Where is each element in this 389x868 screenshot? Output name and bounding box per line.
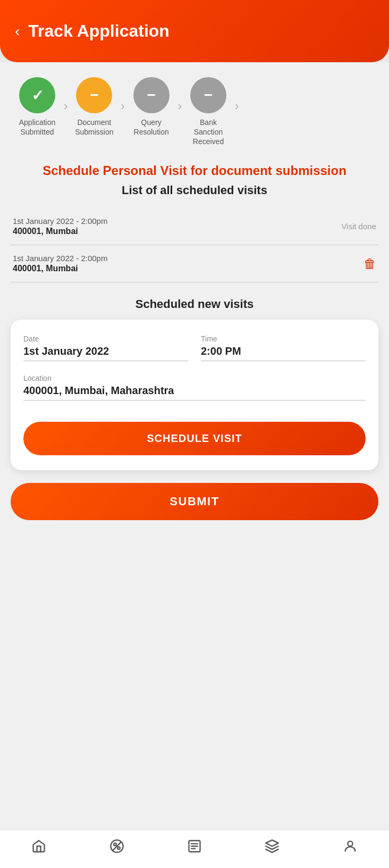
chevron-1: › [64,88,67,113]
step-label-bank: Bank Sanction Received [184,118,232,147]
visit-address-1: 400001, Mumbai [13,227,107,236]
visit-date-1: 1st January 2022 - 2:00pm [13,216,107,226]
svg-point-0 [114,843,116,846]
step-label-application: Application Submitted [13,118,61,137]
nav-layers[interactable] [265,839,280,857]
new-visit-heading: Scheduled new visits [11,297,378,311]
step-icon-orange: − [76,77,112,113]
step-icon-gray-1: − [133,77,170,113]
profile-icon [343,839,358,857]
date-group: Date 1st January 2022 [23,335,188,361]
list-heading: List of all scheduled visits [11,183,378,197]
time-label: Time [201,335,366,343]
step-label-document: Document Submission [70,118,118,137]
visit-status-1: Visit done [341,222,376,231]
step-label-query: Query Resolution [128,118,175,137]
time-value[interactable]: 2:00 PM [201,345,366,361]
page-title: Track Application [28,21,170,41]
svg-point-1 [117,847,120,849]
back-button[interactable]: ‹ [15,23,20,40]
time-group: Time 2:00 PM [201,335,366,361]
date-time-row: Date 1st January 2022 Time 2:00 PM [23,335,366,361]
main-content: ✓ Application Submitted › − Document Sub… [0,62,389,830]
svg-marker-7 [266,840,278,846]
header: ‹ Track Application [0,0,389,62]
svg-point-8 [348,841,352,846]
home-icon [31,839,46,857]
date-value[interactable]: 1st January 2022 [23,345,188,361]
chevron-2: › [121,88,124,113]
bottom-navigation [0,830,389,868]
nav-profile[interactable] [343,839,358,857]
visit-date-2: 1st January 2022 - 2:00pm [13,254,107,263]
visit-info-2: 1st January 2022 - 2:00pm 400001, Mumbai [13,254,107,273]
location-label: Location [23,374,366,382]
offers-icon [109,839,124,857]
schedule-visit-button[interactable]: SCHEDULE VISIT [23,422,366,455]
step-application-submitted: ✓ Application Submitted [11,77,64,137]
date-label: Date [23,335,188,343]
visit-item-2: 1st January 2022 - 2:00pm 400001, Mumbai… [11,245,378,282]
location-group: Location 400001, Mumbai, Maharashtra [23,374,366,400]
visit-item-1: 1st January 2022 - 2:00pm 400001, Mumbai… [11,208,378,245]
chevron-3: › [178,88,182,113]
delete-visit-button[interactable]: 🗑 [363,256,376,271]
step-bank-sanction: − Bank Sanction Received [182,77,235,147]
schedule-heading: Schedule Personal Visit for document sub… [11,162,378,180]
layers-icon [265,839,280,857]
step-icon-green: ✓ [19,77,55,113]
visit-address-2: 400001, Mumbai [13,264,107,273]
step-document-submission: − Document Submission [67,77,121,137]
nav-offers[interactable] [109,839,124,857]
visit-info-1: 1st January 2022 - 2:00pm 400001, Mumbai [13,216,107,236]
nav-home[interactable] [31,839,46,857]
step-icon-gray-2: − [190,77,226,113]
nav-statements[interactable] [187,839,202,857]
progress-steps: ✓ Application Submitted › − Document Sub… [11,77,378,147]
submit-button[interactable]: SUBMIT [11,483,378,520]
step-query-resolution: − Query Resolution [125,77,178,137]
chevron-4: › [235,88,239,113]
location-value[interactable]: 400001, Mumbai, Maharashtra [23,385,366,400]
statements-icon [187,839,202,857]
new-visit-card: Date 1st January 2022 Time 2:00 PM Locat… [11,320,378,470]
